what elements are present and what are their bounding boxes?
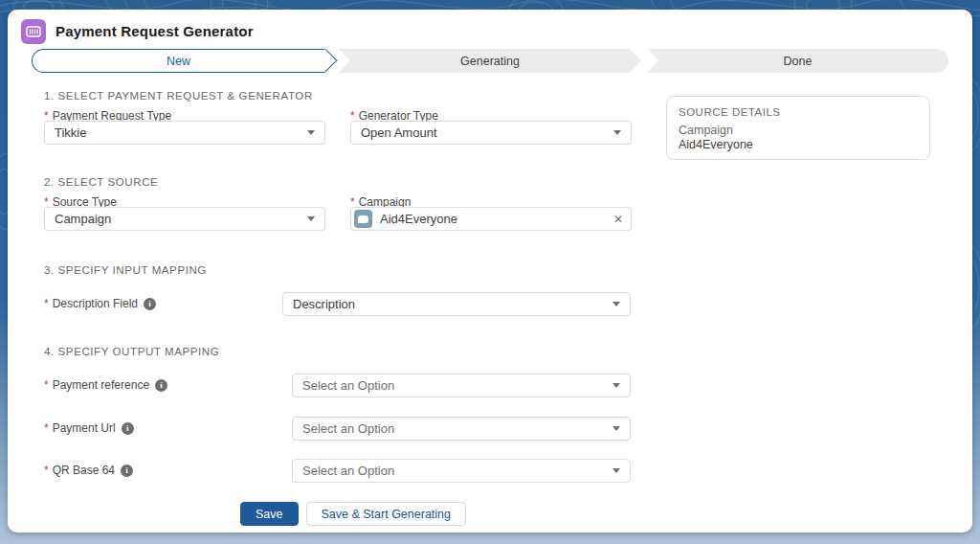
- payment-request-type-select[interactable]: Tikkie: [44, 121, 325, 145]
- clear-selection-icon[interactable]: ✕: [613, 213, 623, 226]
- qr-base-64-select[interactable]: Select an Option: [292, 459, 631, 483]
- source-details-type: Campaign: [679, 124, 918, 137]
- description-field-select[interactable]: Description: [282, 292, 631, 316]
- progress-path: New Generating Done: [32, 49, 948, 73]
- payment-reference-label: * Payment reference i: [44, 378, 167, 392]
- placeholder-value: Select an Option: [302, 421, 605, 436]
- chevron-down-icon: [612, 468, 620, 473]
- payment-url-label: * Payment Url i: [44, 421, 134, 435]
- source-details-panel: SOURCE DETAILS Campaign Aid4Everyone: [666, 96, 930, 160]
- source-type-select[interactable]: Campaign: [44, 207, 325, 231]
- placeholder-value: Select an Option: [302, 464, 605, 478]
- progress-step-label: Done: [784, 55, 813, 68]
- section-4-heading: 4. SPECIFY OUTPUT MAPPING: [44, 346, 219, 357]
- progress-step-generating[interactable]: Generating: [339, 49, 641, 73]
- chevron-down-icon: [307, 130, 315, 135]
- section-1-heading: 1. SELECT PAYMENT REQUEST & GENERATOR: [44, 90, 313, 102]
- progress-step-label: Generating: [460, 55, 520, 68]
- selected-value: Open Amount: [361, 125, 606, 140]
- payment-request-generator-card: Payment Request Generator New Generating…: [8, 10, 972, 533]
- placeholder-value: Select an Option: [302, 378, 605, 393]
- source-details-name: Aid4Everyone: [679, 138, 918, 151]
- chevron-down-icon: [307, 216, 315, 221]
- info-icon[interactable]: i: [144, 298, 156, 310]
- section-3-heading: 3. SPECIFY INPUT MAPPING: [44, 264, 207, 276]
- campaign-lookup-field[interactable]: Aid4Everyone ✕: [350, 207, 632, 231]
- selected-record: Aid4Everyone: [380, 212, 606, 226]
- section-2-heading: 2. SELECT SOURCE: [44, 176, 158, 188]
- generator-type-select[interactable]: Open Amount: [350, 121, 632, 145]
- source-details-title: SOURCE DETAILS: [679, 106, 918, 118]
- info-icon[interactable]: i: [155, 379, 167, 392]
- required-marker: *: [44, 297, 49, 310]
- required-marker: *: [44, 378, 49, 392]
- campaign-icon: [354, 210, 372, 228]
- description-field-label: * Description Field i: [44, 297, 156, 310]
- chevron-down-icon: [613, 130, 621, 135]
- progress-step-new[interactable]: New: [32, 49, 324, 73]
- save-button[interactable]: Save: [240, 502, 299, 526]
- payment-url-select[interactable]: Select an Option: [292, 417, 631, 441]
- selected-value: Description: [293, 297, 605, 311]
- payment-reference-select[interactable]: Select an Option: [292, 374, 631, 397]
- required-marker: *: [44, 421, 49, 435]
- chevron-down-icon: [612, 383, 620, 388]
- info-icon[interactable]: i: [122, 422, 134, 435]
- chevron-down-icon: [612, 426, 620, 431]
- page-title: Payment Request Generator: [56, 23, 254, 39]
- form-actions: Save Save & Start Generating: [240, 502, 466, 526]
- selected-value: Campaign: [55, 212, 300, 226]
- info-icon[interactable]: i: [121, 465, 133, 477]
- save-and-start-generating-button[interactable]: Save & Start Generating: [306, 502, 467, 526]
- progress-step-label: New: [167, 55, 190, 68]
- chevron-down-icon: [612, 302, 620, 306]
- required-marker: *: [44, 464, 49, 477]
- progress-step-done[interactable]: Done: [647, 49, 948, 73]
- app-icon: [21, 19, 46, 44]
- qr-base-64-label: * QR Base 64 i: [44, 464, 133, 477]
- selected-value: Tikkie: [55, 125, 300, 140]
- chevron-right-shape: [313, 49, 337, 73]
